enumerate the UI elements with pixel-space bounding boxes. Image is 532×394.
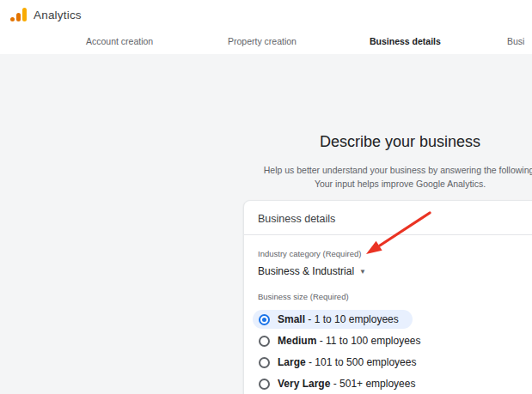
step-property-creation[interactable]: Property creation bbox=[228, 29, 297, 54]
step-business-details[interactable]: Business details bbox=[370, 29, 441, 54]
radio-option-large[interactable]: Large - 101 to 500 employees bbox=[253, 353, 430, 372]
app-title: Analytics bbox=[34, 9, 82, 21]
industry-category-label: Industry category (Required) bbox=[258, 249, 532, 258]
headline: Describe your business Help us better un… bbox=[243, 133, 532, 191]
app-header: Analytics bbox=[0, 0, 532, 29]
business-size-options: Small - 1 to 10 employees Medium - 11 to… bbox=[253, 310, 532, 393]
step-account-creation[interactable]: Account creation bbox=[86, 29, 153, 54]
radio-option-small[interactable]: Small - 1 to 10 employees bbox=[253, 310, 413, 329]
card-title: Business details bbox=[244, 201, 532, 235]
chevron-down-icon: ▼ bbox=[359, 268, 366, 276]
radio-option-medium[interactable]: Medium - 11 to 100 employees bbox=[253, 331, 435, 350]
option-label: Small - 1 to 10 employees bbox=[278, 313, 399, 325]
page-title: Describe your business bbox=[243, 133, 532, 151]
industry-category-dropdown[interactable]: Business & Industrial ▼ bbox=[258, 265, 366, 277]
industry-category-value: Business & Industrial bbox=[258, 265, 354, 277]
analytics-logo-icon bbox=[10, 8, 27, 21]
option-label: Medium - 11 to 100 employees bbox=[278, 335, 421, 347]
option-label: Large - 101 to 500 employees bbox=[278, 356, 416, 368]
page-body: Describe your business Help us better un… bbox=[0, 54, 532, 394]
option-label: Very Large - 501+ employees bbox=[278, 378, 415, 390]
subtitle-line-2: Your input helps improve Google Analytic… bbox=[315, 179, 486, 189]
page-subtitle: Help us better understand your business … bbox=[243, 163, 532, 191]
setup-stepper: Account creation Property creation Busin… bbox=[0, 29, 532, 54]
subtitle-line-1: Help us better understand your business … bbox=[264, 165, 532, 175]
radio-icon[interactable] bbox=[259, 336, 270, 347]
business-details-card: Business details Industry category (Requ… bbox=[243, 200, 532, 394]
radio-icon[interactable] bbox=[259, 357, 270, 368]
radio-icon[interactable] bbox=[259, 314, 270, 325]
radio-icon[interactable] bbox=[259, 379, 270, 390]
business-size-label: Business size (Required) bbox=[258, 292, 532, 301]
step-business-objectives[interactable]: Busi bbox=[507, 29, 524, 54]
radio-option-very-large[interactable]: Very Large - 501+ employees bbox=[253, 374, 429, 393]
